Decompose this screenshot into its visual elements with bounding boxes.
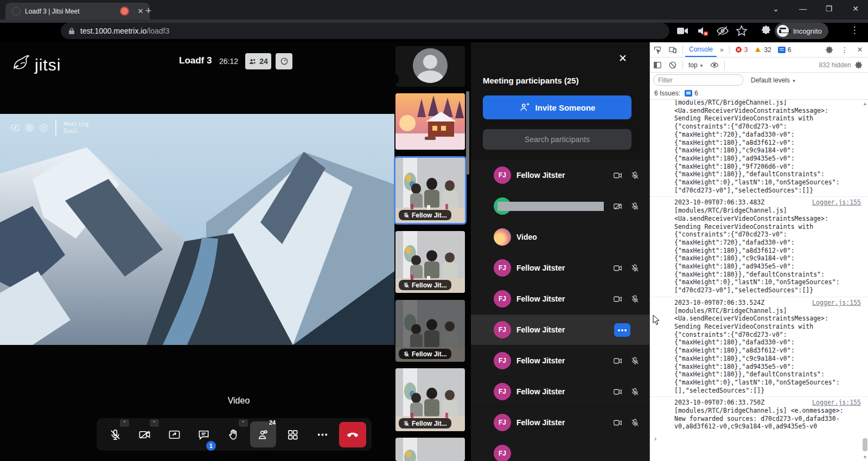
chat-button[interactable]: 1 xyxy=(191,421,217,447)
stage-video[interactable] xyxy=(0,114,394,345)
camera-button[interactable]: ⌃ xyxy=(132,421,158,447)
avatar: FJ xyxy=(494,383,511,400)
hangup-icon xyxy=(346,427,360,441)
participant-row[interactable]: FJ Fellow Jitster xyxy=(471,376,649,407)
people-video-frame xyxy=(395,438,465,461)
execution-context-select[interactable]: top ▼ xyxy=(688,61,704,69)
device-toolbar-icon[interactable] xyxy=(668,46,677,54)
devtools-settings-gear-icon[interactable] xyxy=(825,46,834,54)
preview-hidden-icon[interactable] xyxy=(716,24,729,37)
live-expression-eye-icon[interactable] xyxy=(710,61,719,69)
devtools-panel: Console » 3 32 6 ⋮ ✕ top ▼ 832 hidden De… xyxy=(649,42,868,461)
participant-menu-button[interactable] xyxy=(614,323,630,337)
more-tabs-chevrons[interactable]: » xyxy=(717,46,727,54)
participant-row[interactable]: FJ Fellow Jitster xyxy=(471,160,649,190)
issues-bar[interactable]: 6 Issues: 6 xyxy=(650,87,868,100)
speedometer-icon xyxy=(280,57,289,66)
raise-hand-button[interactable]: ⌃ xyxy=(221,421,247,447)
incognito-badge[interactable]: Incognito xyxy=(775,23,828,39)
issues-count-badge[interactable]: 6 xyxy=(778,46,792,54)
incognito-label: Incognito xyxy=(793,27,822,35)
screenshare-button[interactable] xyxy=(161,421,187,447)
participant-row[interactable]: FJ Fellow Jitster xyxy=(471,284,649,314)
hand-options-chevron[interactable]: ⌃ xyxy=(239,419,248,427)
console-entry: 2023-10-09T07:06:33.524ZLogger.js:155 [m… xyxy=(650,297,868,397)
browser-menu-kebab-icon[interactable]: ⋮ xyxy=(848,24,861,37)
filmstrip-scrollbar[interactable] xyxy=(466,91,469,175)
console-sidebar-icon[interactable] xyxy=(653,61,662,69)
bookmark-star-icon[interactable] xyxy=(735,24,748,37)
console-prompt[interactable]: › xyxy=(650,433,868,445)
participants-count-badge: 24 xyxy=(269,419,276,426)
participant-name: Fellow Jitster xyxy=(516,325,565,334)
participant-row[interactable]: FJ Fellow Jitster xyxy=(471,345,649,376)
extensions-puzzle-icon[interactable] xyxy=(760,24,773,37)
panel-close-icon[interactable]: ✕ xyxy=(617,53,629,65)
participant-row[interactable]: FJ Fellow Jitster xyxy=(471,407,649,438)
camera-on-icon xyxy=(613,171,622,180)
participants-button[interactable]: 24 xyxy=(250,421,276,447)
camera-on-icon xyxy=(613,418,622,427)
participant-row[interactable]: FJ Fellow Jitster xyxy=(471,253,649,283)
tab-audio-muted-icon[interactable] xyxy=(697,24,710,37)
participant-row-redacted[interactable] xyxy=(471,191,649,221)
participant-row[interactable]: Video xyxy=(471,222,649,252)
filmstrip-thumbnail[interactable]: Fellow Jit... xyxy=(395,368,465,431)
console-settings-gear-icon[interactable] xyxy=(854,61,863,69)
chat-unread-badge: 1 xyxy=(206,441,216,451)
participant-row-hovered[interactable]: FJ Fellow Jitster xyxy=(471,315,649,345)
source-link[interactable]: Logger.js:155 xyxy=(812,399,861,407)
url-path: /loadf3 xyxy=(146,27,169,35)
console-entry: [modules/RTC/BridgeChannel.js] <Ua.sendR… xyxy=(650,100,868,197)
log-levels-select[interactable]: Default levels ▼ xyxy=(751,76,796,84)
invite-someone-button[interactable]: Invite Someone xyxy=(483,95,631,119)
filmstrip-thumbnail-cabin[interactable] xyxy=(395,93,465,150)
participant-count-pill[interactable]: 24 xyxy=(245,53,271,69)
search-participants-input[interactable]: Search participants xyxy=(483,129,631,150)
new-tab-button[interactable]: + xyxy=(145,5,151,16)
devtools-close-icon[interactable]: ✕ xyxy=(856,46,864,54)
mic-options-chevron[interactable]: ⌃ xyxy=(120,419,129,427)
scroll-down-icon[interactable]: ▼ xyxy=(862,454,868,460)
performance-pill[interactable] xyxy=(276,53,292,69)
mute-mic-button[interactable]: ⌃ xyxy=(102,421,128,447)
more-actions-button[interactable] xyxy=(309,421,335,447)
avatar: FJ xyxy=(494,167,511,184)
devtools-scrollbar[interactable]: ▲ ▼ xyxy=(862,101,868,461)
devtools-menu-kebab-icon[interactable]: ⋮ xyxy=(840,46,849,54)
mic-muted-icon xyxy=(403,282,410,289)
warning-count-badge[interactable]: 32 xyxy=(754,46,771,54)
address-bar[interactable]: test.1000.meetrix.io/loadf3 xyxy=(61,23,669,39)
scrollbar-thumb[interactable] xyxy=(863,438,867,451)
camera-on-icon xyxy=(613,356,622,366)
scroll-up-icon[interactable]: ▲ xyxy=(862,101,868,106)
tab-console[interactable]: Console xyxy=(685,42,717,57)
tab-close-icon[interactable]: ✕ xyxy=(136,7,145,16)
console-filter-input[interactable] xyxy=(653,74,743,86)
inspect-element-icon[interactable] xyxy=(653,46,662,54)
participant-row-partial[interactable]: FJ xyxy=(471,438,649,461)
hidden-messages-count: 832 hidden xyxy=(819,61,851,69)
error-count-badge[interactable]: 3 xyxy=(735,46,748,54)
hangup-button[interactable] xyxy=(339,422,366,447)
filmstrip-thumbnail[interactable]: Fellow Jit... xyxy=(395,231,465,293)
source-link[interactable]: Logger.js:155 xyxy=(812,299,861,307)
window-minimize-button[interactable]: — xyxy=(795,4,811,13)
source-link[interactable]: Logger.js:155 xyxy=(812,199,861,207)
chat-icon xyxy=(197,428,210,441)
clear-console-icon[interactable] xyxy=(668,61,677,69)
filmstrip-thumbnail-dimmed[interactable]: Fellow Jit... xyxy=(395,300,465,362)
browser-tab[interactable]: Loadf 3 | Jitsi Meet ✕ xyxy=(5,3,150,20)
tab-search-icon[interactable]: ⌄ xyxy=(768,4,784,13)
camera-options-chevron[interactable]: ⌃ xyxy=(150,419,159,427)
filmstrip: Fellow Jit... Fellow Jit... Fel xyxy=(394,42,471,461)
filmstrip-thumbnail-selected[interactable]: Fellow Jit... xyxy=(394,156,467,225)
thumbnail-name-label: Fellow Jit... xyxy=(399,418,451,428)
tile-view-button[interactable] xyxy=(280,421,306,447)
window-close-button[interactable]: ✕ xyxy=(847,4,864,13)
filmstrip-thumbnail-avatar[interactable] xyxy=(395,46,465,87)
camera-in-use-icon[interactable] xyxy=(676,24,689,37)
search-placeholder: Search participants xyxy=(525,135,590,144)
filmstrip-thumbnail-partial[interactable] xyxy=(395,438,465,461)
window-maximize-button[interactable]: ❐ xyxy=(821,4,837,13)
